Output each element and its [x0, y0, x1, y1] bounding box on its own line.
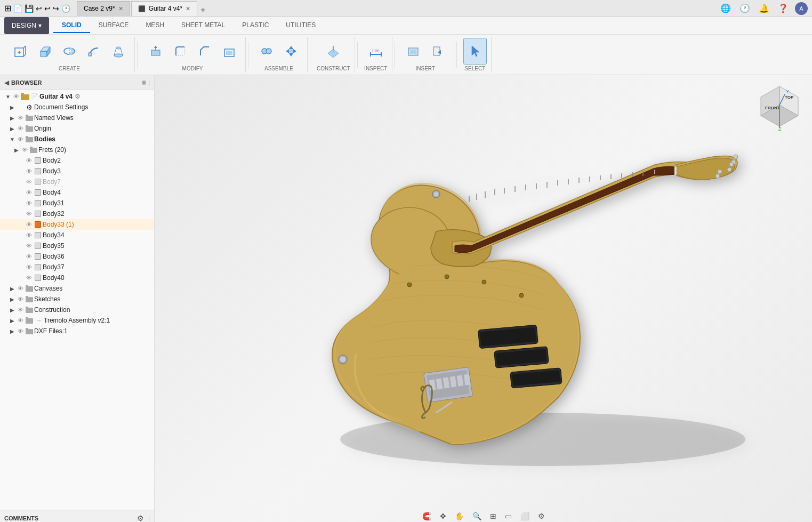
save-icon[interactable]: 💾	[25, 4, 34, 13]
zoom-button[interactable]: 🔍	[470, 511, 484, 521]
globe-button[interactable]: 🌐	[718, 2, 733, 14]
tree-item-root[interactable]: ▼ 👁 📄 Guitar 4 v4 ⚙	[0, 91, 154, 102]
construct-plane-icon	[326, 44, 341, 59]
root-settings-btn[interactable]: ⚙	[75, 93, 81, 100]
tree-item-body2[interactable]: 👁 Body2	[0, 155, 154, 166]
tremolo-label: Tremolo Assembly v2:1	[44, 317, 110, 324]
grid-icon[interactable]: ⊞	[4, 3, 11, 13]
tree-item-body36[interactable]: 👁 Body36	[0, 251, 154, 262]
design-button[interactable]: DESIGN ▾	[4, 17, 49, 34]
tree-item-canvases[interactable]: ▶ 👁 Canvases	[0, 283, 154, 294]
root-eye[interactable]: 👁	[12, 93, 20, 100]
chamfer-button[interactable]	[193, 38, 216, 65]
tree-item-origin[interactable]: ▶ 👁 Origin	[0, 123, 154, 134]
move-button[interactable]	[279, 38, 303, 65]
help-button[interactable]: ❓	[776, 2, 791, 14]
viewport[interactable]: Y TOP FRONT Z	[155, 75, 812, 522]
tree-item-body40[interactable]: 👁 Body40	[0, 272, 154, 283]
origin-toggle[interactable]: ▶	[9, 126, 16, 132]
named-views-eye[interactable]: 👁	[16, 115, 25, 121]
revolve-button[interactable]	[58, 38, 81, 65]
measure-button[interactable]: mm	[364, 38, 388, 65]
tab-plastic[interactable]: PLASTIC	[234, 18, 277, 33]
assemble-tools	[255, 38, 303, 65]
body33-icon	[33, 220, 43, 229]
joint-button[interactable]	[255, 38, 278, 65]
undo2-icon[interactable]: ↩	[44, 4, 51, 13]
select-button[interactable]	[463, 38, 487, 65]
tree-item-body33[interactable]: 👁 Body33 (1)	[0, 219, 154, 230]
comments-settings-btn[interactable]: ⚙	[137, 514, 144, 523]
tab-guitar4[interactable]: ⬛ Guitar 4 v4* ✕	[131, 1, 197, 16]
extrude-button[interactable]	[33, 38, 57, 65]
tree-item-bodies[interactable]: ▼ 👁 Bodies	[0, 134, 154, 144]
tab-utilities[interactable]: UTILITIES	[277, 18, 324, 33]
new-tab-button[interactable]: +	[198, 4, 207, 16]
bell-button[interactable]: 🔔	[757, 2, 771, 14]
tree-item-doc-settings[interactable]: ▶ ⚙ Document Settings	[0, 102, 154, 113]
shell-button[interactable]	[218, 38, 241, 65]
hand-button[interactable]: ✋	[453, 511, 466, 521]
tree-item-body4[interactable]: 👁 Body4	[0, 187, 154, 198]
body4-label: Body4	[43, 189, 61, 196]
root-toggle[interactable]: ▼	[4, 94, 12, 100]
frets-toggle[interactable]: ▶	[13, 147, 20, 153]
redo-icon[interactable]: ↪	[53, 4, 59, 13]
bodies-toggle[interactable]: ▼	[9, 136, 16, 142]
app-menu[interactable]: ⊞ 📄 💾 ↩ ↩ ↪ 🕐	[4, 3, 70, 13]
tree-item-construction[interactable]: ▶ 👁 Construction	[0, 304, 154, 315]
comments-resize[interactable]: |	[148, 515, 150, 521]
origin-eye[interactable]: 👁	[16, 125, 25, 132]
browser-collapse-arrow[interactable]: ◀	[4, 79, 9, 86]
tab-solid[interactable]: SOLID	[53, 18, 90, 33]
display2-button[interactable]: ⬜	[518, 511, 532, 521]
tree-item-dxf[interactable]: ▶ 👁 DXF Files:1	[0, 326, 154, 336]
tab-sheet-metal[interactable]: SHEET METAL	[173, 18, 234, 33]
bodies-eye[interactable]: 👁	[16, 136, 25, 142]
construct-plane-button[interactable]	[321, 38, 345, 65]
file-icon[interactable]: 📄	[13, 4, 22, 13]
move-view-button[interactable]: ✥	[438, 511, 448, 521]
tab-guitar4-close[interactable]: ✕	[186, 5, 190, 12]
frets-eye[interactable]: 👁	[20, 147, 29, 153]
svg-point-90	[718, 170, 722, 174]
svg-marker-25	[293, 49, 296, 53]
toolbar-group-assemble: ASSEMBLE	[251, 37, 308, 73]
tree-item-frets[interactable]: ▶ 👁 Frets (20)	[0, 144, 154, 155]
insert-button[interactable]	[426, 38, 449, 65]
tree-item-body32[interactable]: 👁 Body32	[0, 208, 154, 219]
tab-case2-close[interactable]: ✕	[118, 5, 123, 12]
canvas-button[interactable]	[401, 38, 425, 65]
named-views-toggle[interactable]: ▶	[9, 115, 16, 121]
tree-item-body34[interactable]: 👁 Body34	[0, 230, 154, 240]
doc-settings-toggle[interactable]: ▶	[9, 105, 16, 110]
body2-eye[interactable]: 👁	[25, 157, 33, 164]
grid-view-button[interactable]: ⊞	[488, 511, 499, 521]
tree-item-body31[interactable]: 👁 Body31	[0, 198, 154, 208]
loft-button[interactable]	[107, 38, 130, 65]
display-mode-button[interactable]: ▭	[503, 511, 514, 521]
camera-settings-button[interactable]: ⚙	[536, 511, 547, 521]
avatar[interactable]: A	[795, 2, 808, 15]
tab-mesh[interactable]: MESH	[137, 18, 173, 33]
tree-item-body7[interactable]: 👁 Body7	[0, 176, 154, 187]
clock-button[interactable]: 🕐	[737, 2, 752, 14]
new-component-button[interactable]	[9, 38, 32, 65]
fillet-button[interactable]	[168, 38, 192, 65]
tab-case2[interactable]: Case 2 v9* ✕	[77, 1, 130, 16]
tree-item-sketches[interactable]: ▶ 👁 Sketches	[0, 294, 154, 304]
sweep-button[interactable]	[82, 38, 106, 65]
undo-icon[interactable]: ↩	[36, 4, 42, 13]
svg-rect-49	[26, 285, 28, 287]
tree-item-body35[interactable]: 👁 Body35	[0, 240, 154, 251]
tree-item-body37[interactable]: 👁 Body37	[0, 262, 154, 272]
sweep-icon	[86, 44, 101, 59]
browser-resize-handle[interactable]: |	[148, 79, 150, 86]
history-icon[interactable]: 🕐	[61, 4, 70, 13]
tree-item-tremolo[interactable]: ▶ 👁 → Tremolo Assembly v2:1	[0, 315, 154, 326]
tab-surface[interactable]: SURFACE	[90, 18, 138, 33]
push-pull-button[interactable]	[144, 38, 167, 65]
tree-item-named-views[interactable]: ▶ 👁 Named Views	[0, 113, 154, 123]
tree-item-body3[interactable]: 👁 Body3	[0, 166, 154, 176]
magnet-button[interactable]: 🧲	[420, 511, 433, 521]
